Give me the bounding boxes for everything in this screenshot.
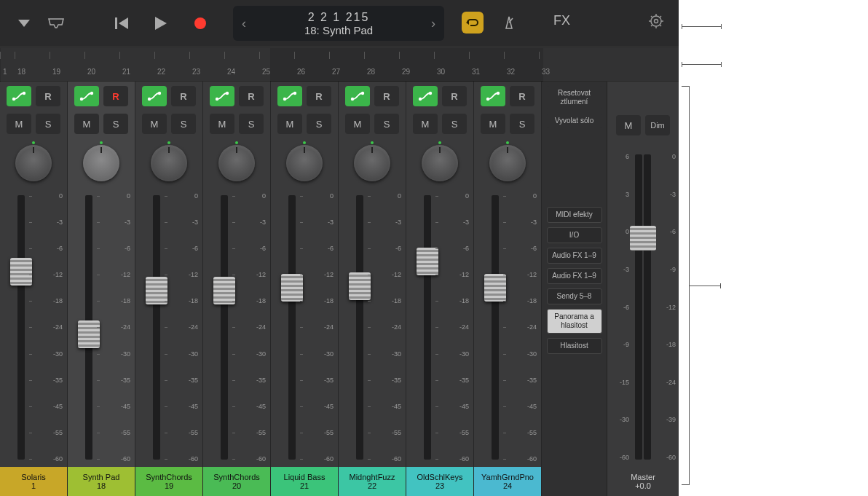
pan-knob[interactable] <box>215 141 259 185</box>
fader-cap[interactable] <box>213 277 235 304</box>
mute-button[interactable]: M <box>481 114 505 134</box>
ruler[interactable]: 118192021222324252627282930313233 <box>0 47 679 82</box>
route-button[interactable] <box>277 86 302 106</box>
solo-button[interactable]: S <box>374 114 399 134</box>
fader-cap[interactable] <box>281 274 303 302</box>
pan-knob[interactable] <box>350 141 394 185</box>
master-fader[interactable]: 630-3-6-9-15-30-60 0-3-6-9-12-18-24-39-6… <box>607 147 679 467</box>
record-enable-button[interactable]: R <box>307 86 331 106</box>
ruler-tick: 26 <box>294 47 329 81</box>
volume-button[interactable]: Hlasitost <box>547 338 602 354</box>
sends-button[interactable]: Sendy 5–8 <box>547 288 602 304</box>
mute-button[interactable]: M <box>413 114 438 134</box>
solo-button[interactable]: S <box>36 114 60 134</box>
volume-fader[interactable]: 0-3-6-12-18-24-30-35-45-55-60 <box>339 188 406 467</box>
channel-label[interactable]: Liquid Bass21 <box>271 467 338 496</box>
solo-button[interactable]: S <box>103 114 128 134</box>
pan-knob[interactable] <box>418 141 462 185</box>
inbox-icon[interactable] <box>45 12 67 34</box>
solo-button[interactable]: S <box>442 114 467 134</box>
volume-fader[interactable]: 0-3-6-12-18-24-30-35-45-55-60 <box>68 188 135 467</box>
record-icon[interactable] <box>189 12 211 34</box>
channel-label[interactable]: Solaris1 <box>0 467 67 496</box>
fader-cap[interactable] <box>349 272 371 300</box>
pan-knob[interactable] <box>283 141 326 185</box>
svg-line-16 <box>651 25 652 26</box>
loop-button[interactable] <box>462 12 484 34</box>
record-enable-button[interactable]: R <box>374 86 399 106</box>
volume-fader[interactable]: 0-3-6-12-18-24-30-35-45-55-60 <box>271 188 338 467</box>
record-enable-button[interactable]: R <box>36 86 60 106</box>
channel-label[interactable]: MidnghtFuzz22 <box>339 467 406 496</box>
mute-button[interactable]: M <box>74 114 99 134</box>
pan-knob[interactable] <box>79 141 123 185</box>
solo-button[interactable]: S <box>171 114 196 134</box>
route-button[interactable] <box>142 86 167 106</box>
solo-button[interactable]: S <box>510 114 534 134</box>
channel-label[interactable]: YamhGrndPno24 <box>474 467 541 496</box>
call-solo-button[interactable]: Vyvolat sólo <box>547 114 602 128</box>
lcd-next-icon[interactable]: › <box>422 16 444 31</box>
record-enable-button[interactable]: R <box>103 86 128 106</box>
fader-cap[interactable] <box>146 277 167 304</box>
volume-fader[interactable]: 0-3-6-12-18-24-30-35-45-55-60 <box>0 188 67 467</box>
pan-knob[interactable] <box>12 141 55 185</box>
lcd-prev-icon[interactable]: ‹ <box>233 16 255 31</box>
route-button[interactable] <box>7 86 31 106</box>
record-enable-button[interactable]: R <box>239 86 264 106</box>
gear-icon[interactable] <box>648 13 664 31</box>
channel-label[interactable]: SynthChords19 <box>135 467 202 496</box>
pan-knob[interactable] <box>486 141 529 185</box>
master-fader-cap[interactable] <box>630 226 656 251</box>
master-dim-button[interactable]: Dim <box>645 115 670 135</box>
mute-button[interactable]: M <box>277 114 302 134</box>
route-button[interactable] <box>74 86 99 106</box>
channel-label[interactable]: OldSchlKeys23 <box>406 467 473 496</box>
master-mute-button[interactable]: M <box>616 115 641 135</box>
route-button[interactable] <box>210 86 234 106</box>
prev-icon[interactable] <box>111 12 133 34</box>
ruler-tick: 1 <box>0 47 15 81</box>
volume-fader[interactable]: 0-3-6-12-18-24-30-35-45-55-60 <box>135 188 202 467</box>
ruler-tick: 21 <box>119 47 154 81</box>
channel-label[interactable]: Synth Pad18 <box>68 467 135 496</box>
play-icon[interactable] <box>150 12 172 34</box>
io-button[interactable]: I/O <box>547 227 602 243</box>
mute-button[interactable]: M <box>142 114 167 134</box>
lcd-track-name: 18: Synth Pad <box>255 24 422 36</box>
ruler-tick: 22 <box>154 47 189 81</box>
mute-button[interactable]: M <box>345 114 370 134</box>
mute-button[interactable]: M <box>7 114 31 134</box>
volume-fader[interactable]: 0-3-6-12-18-24-30-35-45-55-60 <box>406 188 473 467</box>
audio-fx-1-button[interactable]: Audio FX 1–9 <box>547 248 602 264</box>
fader-cap[interactable] <box>78 320 100 348</box>
audio-fx-2-button[interactable]: Audio FX 1–9 <box>547 268 602 284</box>
metronome-icon[interactable] <box>498 12 520 34</box>
pan-knob[interactable] <box>147 141 191 185</box>
ruler-tick: 24 <box>224 47 259 81</box>
volume-fader[interactable]: 0-3-6-12-18-24-30-35-45-55-60 <box>474 188 541 467</box>
fader-cap[interactable] <box>10 258 32 286</box>
mute-button[interactable]: M <box>210 114 234 134</box>
fader-cap[interactable] <box>417 248 438 275</box>
route-button[interactable] <box>413 86 438 106</box>
reset-mute-button[interactable]: Resetovat ztlumení <box>547 86 602 109</box>
record-enable-button[interactable]: R <box>171 86 196 106</box>
record-enable-button[interactable]: R <box>510 86 534 106</box>
solo-button[interactable]: S <box>239 114 264 134</box>
route-button[interactable] <box>345 86 370 106</box>
fader-cap[interactable] <box>484 274 506 302</box>
ruler-tick: 30 <box>434 47 469 81</box>
channel-label[interactable]: SynthChords20 <box>203 467 270 496</box>
route-button[interactable] <box>481 86 505 106</box>
channel-strip: RMS0-3-6-12-18-24-30-35-45-55-60YamhGrnd… <box>474 82 542 496</box>
pan-volume-button[interactable]: Panorama a hlasitost <box>547 309 602 334</box>
ruler-tick: 19 <box>50 47 84 81</box>
solo-button[interactable]: S <box>307 114 331 134</box>
midi-fx-button[interactable]: MIDI efekty <box>547 207 602 223</box>
record-enable-button[interactable]: R <box>442 86 467 106</box>
fx-button[interactable]: FX <box>553 13 570 28</box>
volume-fader[interactable]: 0-3-6-12-18-24-30-35-45-55-60 <box>203 188 270 467</box>
menu-triangle-icon[interactable] <box>13 12 35 34</box>
channel-strip: RMS0-3-6-12-18-24-30-35-45-55-60Synth Pa… <box>68 82 135 496</box>
